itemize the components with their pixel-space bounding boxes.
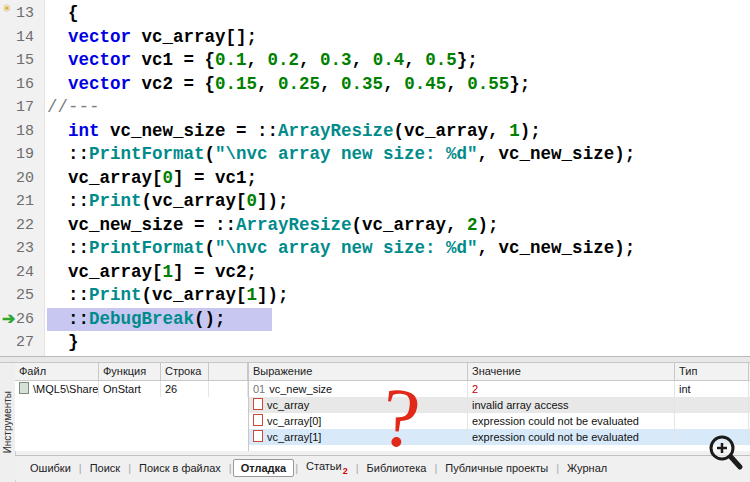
code-token: vc_array[ — [47, 262, 163, 282]
code-token: 0.4 — [373, 50, 405, 70]
column-header[interactable]: Тип — [675, 363, 749, 380]
code-token: PrintFormat — [89, 238, 205, 258]
code-line-24[interactable]: 24 vc_array[1] = vc2; — [0, 261, 750, 285]
code-token: 0.35 — [341, 74, 383, 94]
code-line-26[interactable]: 26 ::DebugBreak(); — [0, 308, 750, 332]
value-cell: invalid array access — [468, 397, 675, 413]
code-token: vc1 = { — [131, 50, 215, 70]
tab-journal[interactable]: Журнал — [560, 460, 614, 476]
code-line-15[interactable]: 15 vector vc1 = {0.1, 0.2, 0.3, 0.4, 0.5… — [0, 49, 750, 73]
tab-articles[interactable]: Статьи2 — [299, 458, 355, 477]
code-token: (vc_array[ — [142, 285, 247, 305]
code-token: ] = vc1; — [173, 168, 257, 188]
code-line-27[interactable]: 27 } — [0, 331, 750, 355]
code-token: :: — [47, 144, 89, 164]
expression-name: vc_array — [267, 399, 309, 411]
tab-debug[interactable]: Отладка — [233, 459, 295, 477]
code-token: ( — [205, 144, 216, 164]
code-token: 0.2 — [268, 50, 300, 70]
expression-error-icon — [253, 414, 263, 426]
watch-row[interactable]: vc_array[0]expression could not be evalu… — [249, 413, 750, 429]
file-cell: \MQL5\Shared ... — [15, 381, 99, 397]
code-token — [47, 27, 68, 47]
column-header[interactable]: Значение — [468, 363, 675, 380]
line-number: 17 — [0, 96, 34, 120]
code-line-19[interactable]: 19 ::PrintFormat("\nvc array new size: %… — [0, 143, 750, 167]
watch-row[interactable]: vc_array[1]expression could not be evalu… — [249, 429, 750, 445]
code-token: //--- — [47, 97, 100, 117]
code-token: ); — [478, 215, 499, 235]
column-header[interactable]: Выражение — [249, 363, 468, 380]
code-token: 0 — [163, 168, 174, 188]
code-line-18[interactable]: 18 int vc_new_size = ::ArrayResize(vc_ar… — [0, 120, 750, 144]
tab-search-in-files[interactable]: Поиск в файлах — [132, 460, 228, 476]
watch-row[interactable]: 01vc_new_size2int — [249, 381, 750, 397]
expression-error-icon — [253, 398, 263, 410]
call-stack-row[interactable]: \MQL5\Shared ...OnStart26 — [15, 381, 248, 397]
expression-error-icon — [253, 430, 263, 442]
expression-name: vc_array[1] — [267, 431, 321, 443]
toolbox-side-tab[interactable]: Инструменты — [0, 363, 16, 482]
code-line-13[interactable]: 13 { — [0, 2, 750, 26]
code-token: vector — [68, 27, 131, 47]
file-icon — [19, 382, 29, 394]
code-token: , — [352, 50, 373, 70]
code-token: vc_new_size = :: — [47, 215, 236, 235]
column-header[interactable]: Файл — [15, 363, 99, 380]
code-text: } — [47, 331, 79, 355]
code-line-23[interactable]: 23 ::PrintFormat("\nvc array new size: %… — [0, 237, 750, 261]
expression-name: vc_new_size — [269, 383, 332, 395]
tab-errors[interactable]: Ошибки — [23, 460, 78, 476]
code-token: 0.3 — [320, 50, 352, 70]
files-header-row: ФайлФункцияСтрока — [15, 363, 248, 381]
column-header[interactable]: Функция — [99, 363, 161, 380]
code-text: ::PrintFormat("\nvc array new size: %d",… — [47, 237, 635, 261]
line-number: 20 — [0, 167, 34, 191]
code-lines: 13 {14 vector vc_array[];15 vector vc1 =… — [0, 2, 750, 355]
value-cell: 2 — [468, 381, 675, 397]
call-stack-table[interactable]: ФайлФункцияСтрока\MQL5\Shared ...OnStart… — [15, 363, 249, 451]
code-text: ::PrintFormat("\nvc array new size: %d",… — [47, 143, 635, 167]
code-token: :: — [47, 238, 89, 258]
code-token: ] = vc2; — [173, 262, 257, 282]
code-token: 0 — [247, 191, 258, 211]
code-token: (vc_array, — [394, 121, 510, 141]
code-line-25[interactable]: 25 ::Print(vc_array[1]); — [0, 284, 750, 308]
zoom-icon[interactable] — [704, 430, 746, 474]
code-token: ]); — [257, 285, 289, 305]
tab-search[interactable]: Поиск — [83, 460, 127, 476]
line-number: 24 — [0, 261, 34, 285]
code-token: , — [299, 50, 320, 70]
code-token: 0.15 — [215, 74, 257, 94]
column-header[interactable]: Строка — [161, 363, 209, 380]
code-line-16[interactable]: 16 vector vc2 = {0.15, 0.25, 0.35, 0.45,… — [0, 73, 750, 97]
code-token: , — [404, 50, 425, 70]
line-number: 13 — [0, 2, 34, 26]
code-line-20[interactable]: 20 vc_array[0] = vc1; — [0, 167, 750, 191]
line-number: 25 — [0, 284, 34, 308]
tab-public-projects[interactable]: Публичные проекты — [438, 460, 555, 476]
code-token: :: — [47, 309, 89, 329]
code-token: , — [257, 74, 278, 94]
line-cell: 26 — [161, 381, 209, 397]
code-text: int vc_new_size = ::ArrayResize(vc_array… — [47, 120, 541, 144]
code-line-14[interactable]: 14 vector vc_array[]; — [0, 26, 750, 50]
watch-index: 01 — [253, 383, 265, 395]
watch-table[interactable]: ВыражениеЗначениеТип01vc_new_size2intvc_… — [249, 363, 750, 451]
code-token: ArrayResize — [278, 121, 394, 141]
column-header[interactable] — [209, 363, 248, 380]
empty-cell — [209, 381, 248, 397]
code-text: //--- — [47, 96, 100, 120]
expression-cell: 01vc_new_size — [249, 381, 468, 397]
expression-cell: vc_array[0] — [249, 413, 468, 429]
line-number: 14 — [0, 26, 34, 50]
code-token: , vc_new_size); — [478, 144, 636, 164]
code-token: 0.1 — [215, 50, 247, 70]
code-line-22[interactable]: 22 vc_new_size = ::ArrayResize(vc_array,… — [0, 214, 750, 238]
code-token: ]); — [257, 191, 289, 211]
code-line-17[interactable]: 17//--- — [0, 96, 750, 120]
code-line-21[interactable]: 21 ::Print(vc_array[0]); — [0, 190, 750, 214]
watch-row[interactable]: vc_arrayinvalid array access — [249, 397, 750, 413]
editor-panel-splitter[interactable] — [0, 356, 750, 363]
code-editor[interactable]: ✳ 13 {14 vector vc_array[];15 vector vc1… — [0, 0, 750, 356]
